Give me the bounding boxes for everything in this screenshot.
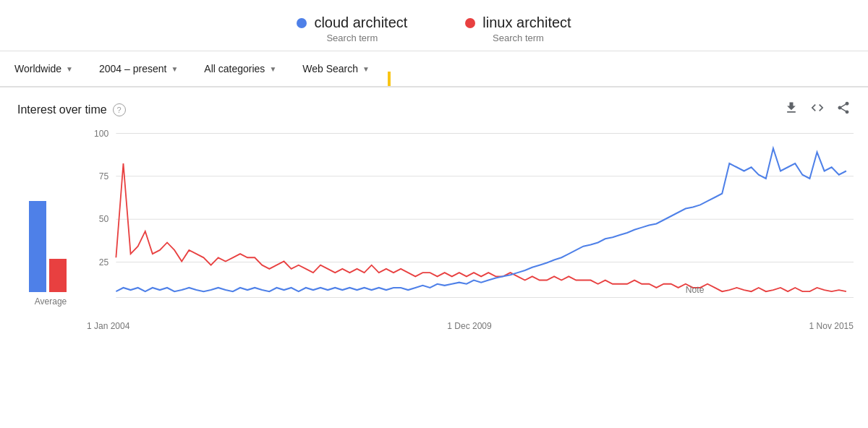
region-arrow-icon: ▼ xyxy=(66,65,73,73)
svg-text:75: 75 xyxy=(99,171,109,181)
svg-text:50: 50 xyxy=(99,214,109,224)
avg-section: Average xyxy=(14,126,87,328)
cloud-dot xyxy=(297,18,307,28)
legend-item-cloud: cloud architect Search term xyxy=(297,14,407,43)
help-icon[interactable]: ? xyxy=(113,103,126,116)
linux-dot xyxy=(465,18,475,28)
legend-item-linux: linux architect Search term xyxy=(465,14,571,43)
share-icon[interactable] xyxy=(836,100,851,119)
category-label: All categories xyxy=(204,63,265,74)
avg-bars xyxy=(29,126,72,292)
red-trend-line xyxy=(116,163,846,291)
embed-icon[interactable] xyxy=(810,100,825,119)
linux-sublabel: Search term xyxy=(493,33,544,43)
section-header: Interest over time ? xyxy=(0,87,868,126)
search-type-arrow-icon: ▼ xyxy=(362,65,370,73)
main-chart: 100 75 50 25 Note 1 Jan 2004 1 Dec 2009 … xyxy=(87,126,854,328)
x-label-2004: 1 Jan 2004 xyxy=(87,321,129,331)
region-label: Worldwide xyxy=(14,63,61,74)
linux-label: linux architect xyxy=(482,14,571,31)
yellow-indicator xyxy=(388,72,391,86)
download-icon[interactable] xyxy=(784,100,799,119)
filter-bar: Worldwide ▼ 2004 – present ▼ All categor… xyxy=(0,51,868,87)
section-title-group: Interest over time ? xyxy=(17,103,126,116)
svg-text:Note: Note xyxy=(686,285,705,295)
search-type-filter[interactable]: Web Search ▼ xyxy=(289,51,383,86)
time-arrow-icon: ▼ xyxy=(171,65,178,73)
x-labels: 1 Jan 2004 1 Dec 2009 1 Nov 2015 xyxy=(87,309,854,331)
time-filter[interactable]: 2004 – present ▼ xyxy=(86,51,191,86)
trend-chart: 100 75 50 25 Note xyxy=(87,126,854,307)
x-label-2009: 1 Dec 2009 xyxy=(447,321,491,331)
section-title-text: Interest over time xyxy=(17,103,107,116)
time-label: 2004 – present xyxy=(99,63,166,74)
category-arrow-icon: ▼ xyxy=(269,65,276,73)
cloud-label: cloud architect xyxy=(314,14,407,31)
avg-bar-blue xyxy=(29,201,46,293)
cloud-sublabel: Search term xyxy=(326,33,378,43)
blue-trend-line xyxy=(116,148,846,291)
legend-bar: cloud architect Search term linux archit… xyxy=(0,0,868,51)
chart-area: Average 100 75 50 25 Note 1 Jan 2004 1 D… xyxy=(0,126,868,328)
category-filter[interactable]: All categories ▼ xyxy=(191,51,289,86)
avg-label: Average xyxy=(35,296,67,307)
x-label-2015: 1 Nov 2015 xyxy=(809,321,854,331)
svg-text:25: 25 xyxy=(99,257,109,268)
avg-bar-red xyxy=(49,259,67,292)
region-filter[interactable]: Worldwide ▼ xyxy=(14,51,86,86)
section-actions xyxy=(784,100,851,119)
svg-text:100: 100 xyxy=(94,128,109,138)
search-type-label: Web Search xyxy=(302,63,358,74)
